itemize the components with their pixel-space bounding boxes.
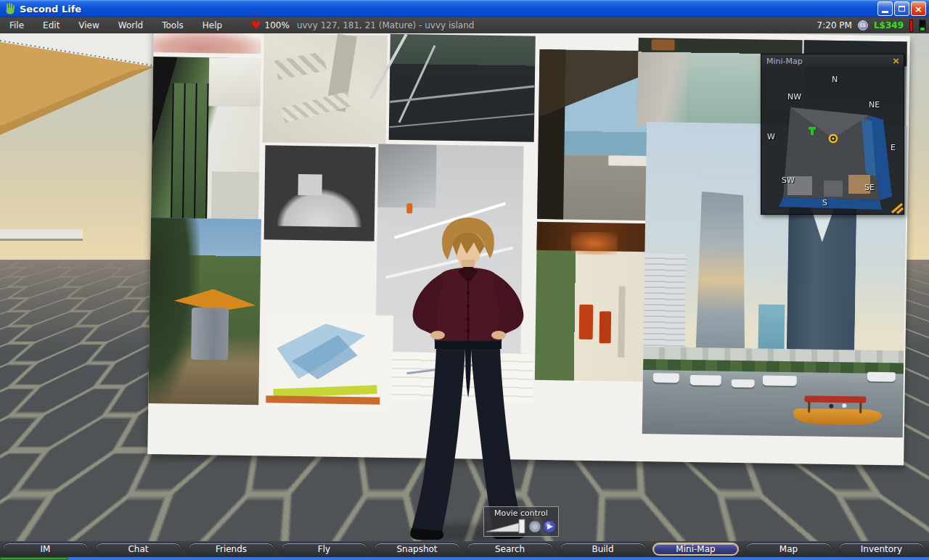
toolbar-button-snapshot[interactable]: Snapshot xyxy=(374,543,460,556)
panorama-yacht xyxy=(867,371,896,381)
panorama-glass-tower xyxy=(695,192,748,363)
health-percent: 100% xyxy=(265,20,290,30)
minimap-close-icon[interactable]: × xyxy=(892,55,900,66)
movie-control-panel[interactable]: Movie control xyxy=(483,506,559,537)
toolbar-button-search[interactable]: Search xyxy=(467,543,553,556)
panorama-yacht xyxy=(763,375,797,386)
panorama-yacht xyxy=(732,379,755,387)
bandwidth-meter xyxy=(919,20,926,32)
minimap-window[interactable]: Mini-Map × N NW NE xyxy=(761,54,904,215)
close-icon: × xyxy=(914,4,922,15)
panorama-yacht xyxy=(689,375,721,385)
compass-s: S xyxy=(822,198,827,207)
location-text[interactable]: uvvy 127, 181, 21 (Mature) - uvvy island xyxy=(297,20,475,30)
toolbar-button-im[interactable]: IM xyxy=(2,543,89,556)
collage-photo-white-model xyxy=(264,145,376,241)
world-view[interactable]: Movie control Mini-Map × xyxy=(0,33,929,541)
packet-loss-meter xyxy=(909,20,913,32)
compass-w: W xyxy=(767,132,775,141)
collage-photo-aerial-model xyxy=(263,33,388,144)
minimap-titlebar[interactable]: Mini-Map × xyxy=(761,54,904,67)
collage-photo-restaurant xyxy=(535,222,652,382)
menu-bar: File Edit View World Tools Help ♥ 100% u… xyxy=(0,17,929,33)
second-life-window: Second Life × File Edit View World Tools… xyxy=(0,0,929,560)
movie-control-title: Movie control xyxy=(484,508,558,518)
taskbar-edge xyxy=(67,557,929,560)
menu-view[interactable]: View xyxy=(69,17,108,33)
window-title: Second Life xyxy=(20,4,81,15)
window-titlebar[interactable]: Second Life × xyxy=(0,0,929,17)
linden-balance[interactable]: L$349 xyxy=(874,20,904,30)
resize-handle-icon xyxy=(892,204,903,213)
restore-button[interactable] xyxy=(894,1,909,16)
bandwidth-meter-level xyxy=(920,28,925,30)
compass-e: E xyxy=(891,143,896,152)
linden-dollar-icon: L$ xyxy=(858,20,868,30)
volume-slider xyxy=(519,519,525,533)
collage-photo-kite-sketch xyxy=(266,313,393,408)
toolbar-button-minimap[interactable]: Mini-Map xyxy=(652,543,739,556)
toolbar-button-chat[interactable]: Chat xyxy=(95,543,181,556)
collage-photo-canopy-pavilion xyxy=(148,218,261,405)
compass-ne: NE xyxy=(869,100,880,110)
close-button[interactable]: × xyxy=(911,1,926,16)
collage-photo-bridge xyxy=(389,34,536,142)
minimize-icon xyxy=(882,11,888,13)
clock-text: 7:20 PM xyxy=(817,20,852,30)
minimap-title: Mini-Map xyxy=(766,57,803,66)
compass-sw: SW xyxy=(782,176,795,185)
second-life-logo-icon xyxy=(4,3,16,15)
menu-edit[interactable]: Edit xyxy=(33,17,69,33)
toolbar-button-fly[interactable]: Fly xyxy=(281,543,367,556)
bottom-toolbar: IM Chat Friends Fly Snapshot Search Buil… xyxy=(0,541,929,557)
compass-nw: NW xyxy=(787,92,801,102)
health-heart-icon: ♥ xyxy=(250,19,260,32)
volume-wedge xyxy=(486,522,522,532)
collage-photo-pink-plan xyxy=(153,33,261,54)
panorama-orange-boat xyxy=(793,395,883,424)
menu-help[interactable]: Help xyxy=(193,17,232,33)
collage-photo-glass-interior xyxy=(151,57,261,221)
panorama-yacht xyxy=(653,373,679,382)
toolbar-button-friends[interactable]: Friends xyxy=(188,543,274,556)
avatar[interactable] xyxy=(396,215,541,540)
compass-n: N xyxy=(832,75,838,84)
taskbar-start-edge xyxy=(0,557,67,560)
menu-file[interactable]: File xyxy=(0,17,33,33)
restore-icon xyxy=(899,6,905,12)
compass-se: SE xyxy=(864,183,875,192)
menu-world[interactable]: World xyxy=(109,17,152,33)
toolbar-button-build[interactable]: Build xyxy=(560,543,646,556)
toolbar-button-inventory[interactable]: Inventory xyxy=(838,543,925,556)
distant-platform xyxy=(0,229,83,241)
menu-tools[interactable]: Tools xyxy=(152,17,193,33)
toolbar-button-map[interactable]: Map xyxy=(745,543,832,556)
left-building xyxy=(0,33,167,178)
minimap-canvas[interactable] xyxy=(761,67,904,214)
minimize-button[interactable] xyxy=(877,1,893,16)
